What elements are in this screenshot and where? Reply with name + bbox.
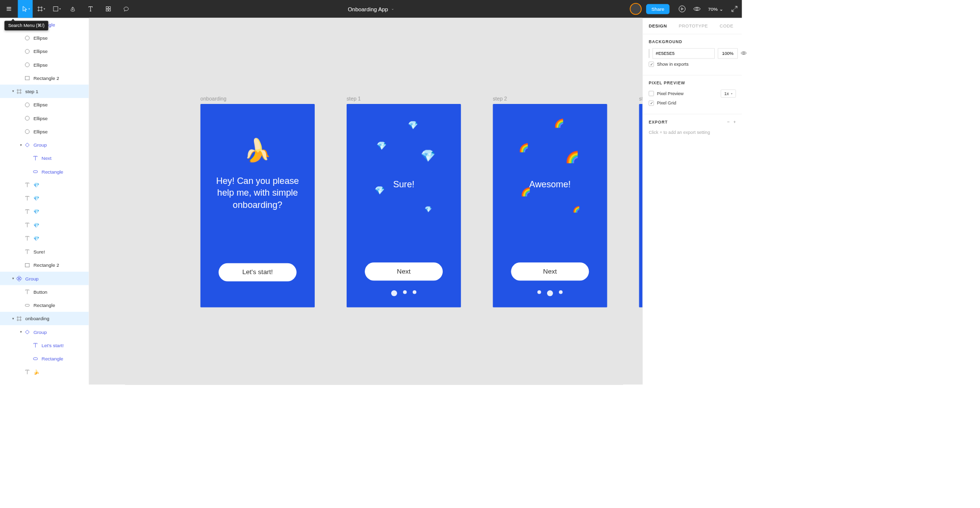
layer-name: Ellipse bbox=[33, 35, 48, 41]
frame-tool-button[interactable]: ▾ bbox=[33, 0, 49, 18]
pixel-preview-checkbox[interactable] bbox=[649, 91, 654, 96]
layer-row[interactable]: Next bbox=[0, 152, 89, 165]
frame-label[interactable]: step 2 bbox=[493, 96, 607, 102]
layer-row[interactable]: Ellipse bbox=[0, 58, 89, 71]
properties-tab-design[interactable]: DESIGN bbox=[643, 18, 673, 34]
layer-row[interactable]: Ellipse bbox=[0, 45, 89, 58]
shape-tool-button[interactable]: ▾ bbox=[48, 0, 64, 18]
pixel-preview-multiplier-dropdown[interactable]: 1x ▾ bbox=[721, 89, 736, 98]
layers-panel[interactable]: RectangleEllipseEllipseEllipseRectangle … bbox=[0, 18, 89, 384]
zoom-dropdown[interactable]: 70% ⌄ bbox=[704, 6, 727, 11]
layer-row[interactable]: Rectangle bbox=[0, 352, 89, 365]
pen-tool-button[interactable] bbox=[64, 0, 81, 18]
background-opacity-input[interactable] bbox=[718, 48, 738, 58]
background-hex-input[interactable] bbox=[653, 48, 715, 58]
layer-row[interactable]: Ellipse bbox=[0, 111, 89, 125]
add-export-button[interactable]: + bbox=[733, 120, 736, 125]
layer-row[interactable]: ▾onboarding bbox=[0, 312, 89, 325]
ellipse-icon bbox=[24, 128, 30, 135]
pixel-preview-section: PIXEL PREVIEW Pixel Preview 1x ▾ Pixel G… bbox=[643, 76, 742, 114]
pixel-grid-checkbox[interactable] bbox=[649, 101, 654, 106]
text-icon bbox=[24, 181, 30, 188]
collapse-toggle-icon[interactable]: ▾ bbox=[10, 317, 16, 321]
svg-point-26 bbox=[25, 129, 29, 134]
ellipse-icon bbox=[24, 34, 30, 41]
frame-label[interactable]: step 1 bbox=[347, 96, 461, 102]
frame[interactable]: 💎💎 💎💎 💎Sure!Next bbox=[347, 104, 461, 307]
visibility-toggle[interactable] bbox=[741, 51, 747, 56]
collapse-toggle-icon[interactable]: ▾ bbox=[19, 143, 24, 147]
chevron-down-icon: ▾ bbox=[731, 92, 732, 95]
comment-tool-button[interactable] bbox=[117, 0, 135, 18]
show-in-exports-checkbox[interactable] bbox=[649, 62, 654, 67]
collapse-toggle-icon[interactable]: ▾ bbox=[10, 89, 16, 93]
frame[interactable]: 🌈🌈 🌈🌈 🌈Awesome!Next bbox=[493, 104, 607, 307]
properties-tab-prototype[interactable]: PROTOTYPE bbox=[673, 18, 713, 34]
layer-row[interactable]: ▾Group bbox=[0, 138, 89, 152]
background-section-title: BACKGROUND bbox=[649, 39, 736, 44]
layer-row[interactable]: Ellipse bbox=[0, 31, 89, 45]
remove-export-button[interactable]: − bbox=[727, 120, 729, 125]
layer-name: Group bbox=[33, 142, 47, 148]
pixel-preview-label: Pixel Preview bbox=[657, 91, 684, 96]
ellipse-icon bbox=[24, 102, 30, 108]
layer-row[interactable]: Sure! bbox=[0, 245, 89, 258]
text-tool-button[interactable] bbox=[82, 0, 100, 18]
collapse-toggle-icon[interactable]: ▾ bbox=[19, 330, 24, 334]
frame[interactable]: Amazingjob 👌Let's play! bbox=[639, 104, 643, 307]
banana-emoji: 🍌 bbox=[244, 137, 272, 164]
properties-tab-code[interactable]: CODE bbox=[714, 18, 739, 34]
layer-row[interactable]: 💎 bbox=[0, 205, 89, 218]
layer-row[interactable]: Button bbox=[0, 285, 89, 298]
move-tool-button[interactable]: ▾ bbox=[18, 0, 32, 18]
properties-panel: DESIGNPROTOTYPECODE BACKGROUND Show in e… bbox=[642, 18, 742, 384]
view-settings-button[interactable] bbox=[689, 6, 704, 12]
layer-row[interactable]: 🍌 bbox=[0, 365, 89, 379]
share-button[interactable]: Share bbox=[646, 4, 669, 14]
layer-row[interactable]: ▾Group bbox=[0, 272, 89, 285]
grid-icon bbox=[105, 6, 111, 12]
layer-row[interactable]: Rectangle 2 bbox=[0, 71, 89, 84]
collapse-toggle-icon[interactable]: ▾ bbox=[10, 277, 16, 280]
component-icon bbox=[16, 275, 23, 282]
document-title-dropdown[interactable]: Onboarding App ⌄ bbox=[348, 6, 394, 12]
layer-row[interactable]: 💎 bbox=[0, 192, 89, 205]
svg-rect-28 bbox=[33, 171, 38, 173]
text-icon bbox=[24, 288, 30, 295]
svg-point-18 bbox=[25, 62, 29, 67]
layer-row[interactable]: Ellipse bbox=[0, 98, 89, 111]
text-icon bbox=[24, 369, 30, 376]
export-placeholder: Click + to add an export setting bbox=[649, 130, 736, 135]
hamburger-menu-button[interactable] bbox=[0, 0, 18, 18]
layer-row[interactable]: ▾Group bbox=[0, 325, 89, 338]
svg-rect-39 bbox=[25, 330, 29, 334]
background-section: BACKGROUND Show in exports bbox=[643, 34, 742, 76]
layer-name: Ellipse bbox=[33, 49, 48, 54]
layer-row[interactable]: Rectangle 2 bbox=[0, 258, 89, 272]
svg-rect-19 bbox=[25, 76, 29, 79]
layer-row[interactable]: ▾step 1 bbox=[0, 85, 89, 98]
layer-row[interactable]: Let's start! bbox=[0, 338, 89, 352]
svg-point-8 bbox=[72, 9, 73, 10]
frame-icon bbox=[16, 88, 23, 95]
layer-row[interactable]: Rectangle bbox=[0, 299, 89, 312]
user-avatar[interactable] bbox=[630, 3, 642, 15]
frame-label[interactable]: onboarding bbox=[201, 96, 315, 102]
chevron-down-icon: ▾ bbox=[44, 7, 45, 11]
present-button[interactable] bbox=[675, 5, 689, 13]
layer-row[interactable]: Rectangle bbox=[0, 165, 89, 178]
background-color-swatch[interactable] bbox=[649, 49, 650, 58]
frame-label[interactable]: step 3 bbox=[639, 96, 643, 102]
layer-name: Rectangle bbox=[42, 169, 63, 174]
layer-row[interactable]: 💎 bbox=[0, 231, 89, 245]
cta-button[interactable]: Let's start! bbox=[219, 263, 297, 281]
frame[interactable]: 🍌Hey! Can you pleasehelp me, with simple… bbox=[201, 104, 315, 307]
layer-row[interactable]: 💎 bbox=[0, 218, 89, 231]
components-tool-button[interactable] bbox=[100, 0, 117, 18]
layer-row[interactable]: 💎 bbox=[0, 178, 89, 191]
layer-row[interactable]: Ellipse bbox=[0, 125, 89, 138]
tooltip: Search Menu (⌘/) bbox=[4, 21, 48, 30]
fit-canvas-button[interactable] bbox=[727, 5, 742, 12]
canvas[interactable]: onboarding🍌Hey! Can you pleasehelp me, w… bbox=[89, 18, 643, 384]
layer-name: Ellipse bbox=[33, 62, 48, 67]
